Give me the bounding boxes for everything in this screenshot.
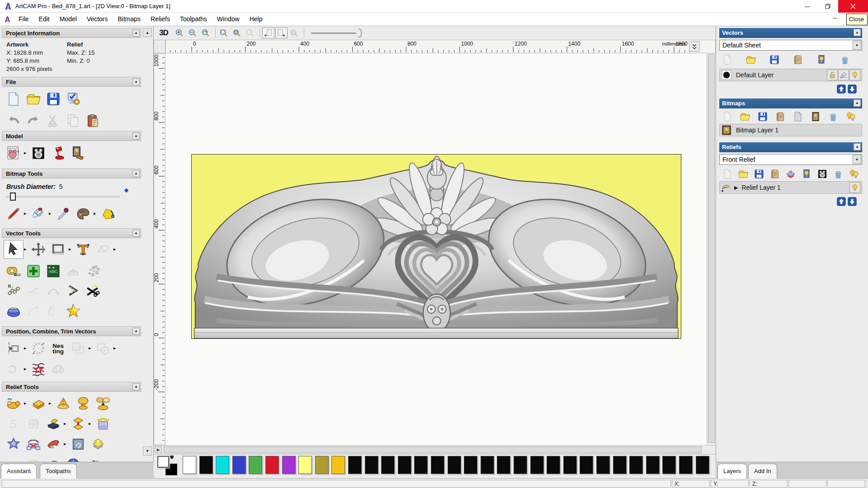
collapse-icon[interactable]: ▲ <box>132 29 140 37</box>
join-icon[interactable] <box>4 360 24 379</box>
palette-swatch-11[interactable] <box>365 456 378 474</box>
zoom-in-icon[interactable] <box>174 28 186 38</box>
paste-layers-icon[interactable] <box>88 435 108 454</box>
mona-mini-icon[interactable] <box>809 110 822 123</box>
expand-arrow-icon[interactable]: ▶ <box>734 185 738 191</box>
close-button[interactable] <box>838 0 868 13</box>
menu-toolpaths[interactable]: Toolpaths <box>175 13 212 26</box>
wrap-relief-icon[interactable] <box>93 414 113 433</box>
lighting-icon[interactable] <box>48 144 68 163</box>
cut-icon[interactable] <box>43 111 63 130</box>
offset-relief-icon[interactable] <box>68 414 88 433</box>
menu-file[interactable]: File <box>14 13 34 26</box>
flyout-arrow-icon[interactable]: ▶ <box>94 212 98 216</box>
layer-name[interactable]: Default Layer <box>736 71 826 79</box>
menu-help[interactable]: Help <box>245 13 268 26</box>
collapse-icon[interactable]: ▲ <box>132 230 140 237</box>
zoom-fit-icon[interactable] <box>218 28 230 38</box>
panel-scroll-down-icon[interactable]: ▼ <box>143 446 152 455</box>
add-relief-icon[interactable] <box>4 394 24 413</box>
open-folder-icon[interactable] <box>744 53 758 66</box>
colour-fill-icon[interactable] <box>98 204 118 223</box>
collapse-icon[interactable]: ▲ <box>132 170 140 177</box>
sculpt-icon[interactable]: S <box>4 414 24 433</box>
palette-swatch-18[interactable] <box>481 456 494 474</box>
new-file-icon[interactable] <box>4 89 24 108</box>
gold-bar-icon[interactable] <box>28 394 48 413</box>
menu-window[interactable]: Window <box>212 13 245 26</box>
merge-layers-icon[interactable] <box>791 53 805 66</box>
flood-fill-icon[interactable] <box>28 204 48 223</box>
flyout-arrow-icon[interactable]: ▶ <box>24 367 28 371</box>
save-icon[interactable] <box>752 168 766 180</box>
collapse-icon[interactable]: ▲ <box>854 99 861 107</box>
isolate-relief-icon[interactable] <box>43 414 63 433</box>
flyout-arrow-icon[interactable]: ▶ <box>49 402 53 405</box>
envelope-distort-icon[interactable] <box>28 360 48 379</box>
palette-swatch-0[interactable] <box>183 456 196 474</box>
page-prev-icon[interactable] <box>262 28 274 38</box>
palette-swatch-29[interactable] <box>662 456 676 474</box>
minimize-button[interactable] <box>797 0 817 13</box>
page-next-icon[interactable] <box>275 28 288 38</box>
slice-relief-icon[interactable] <box>43 435 63 454</box>
flyout-arrow-icon[interactable]: ▶ <box>24 402 28 405</box>
vscroll-thumb[interactable] <box>708 54 715 443</box>
copy-icon[interactable] <box>63 111 83 130</box>
palette-swatch-31[interactable] <box>696 456 709 474</box>
select-icon[interactable] <box>4 240 24 259</box>
text-tool-icon[interactable] <box>73 240 93 259</box>
bridge-relief-icon[interactable] <box>24 435 43 454</box>
flyout-arrow-icon[interactable]: ▶ <box>24 212 28 216</box>
model-artwork[interactable] <box>191 154 681 339</box>
move-layer-down-icon[interactable] <box>847 197 857 206</box>
layer-colour-swatch[interactable] <box>722 70 731 80</box>
slider-track[interactable] <box>6 196 119 197</box>
nesting-icon[interactable]: Nesting <box>48 339 68 358</box>
dot-pattern-icon[interactable] <box>83 262 103 281</box>
zoom-last-icon[interactable] <box>200 28 212 38</box>
measure-icon[interactable] <box>93 240 113 259</box>
flyout-arrow-icon[interactable]: ▶ <box>24 151 28 155</box>
trash-icon[interactable] <box>826 110 840 123</box>
sheet-dropdown[interactable]: Default Sheet▼ <box>719 40 862 51</box>
bulbs-all-icon[interactable] <box>844 110 858 123</box>
new-file-icon[interactable] <box>721 110 734 123</box>
hscroll-pane-icon[interactable]: ▶ <box>155 446 162 453</box>
tab-assistant[interactable]: Assistant <box>1 464 37 479</box>
text-block-icon[interactable]: ABC <box>43 262 63 281</box>
palette-swatch-23[interactable] <box>563 456 577 474</box>
zoom-plain-icon[interactable] <box>244 28 256 38</box>
palette-swatch-4[interactable] <box>249 456 262 474</box>
merge-layers-icon[interactable] <box>774 110 787 123</box>
bezier-icon[interactable] <box>43 281 63 300</box>
save-icon[interactable] <box>756 110 769 123</box>
restore-button[interactable] <box>817 0 838 13</box>
redo-icon[interactable] <box>24 111 43 130</box>
chevron-down-icon[interactable]: ▼ <box>853 41 861 50</box>
palette-swatch-15[interactable] <box>431 456 444 474</box>
undo-icon[interactable] <box>4 111 24 130</box>
paint-icon[interactable] <box>4 204 24 223</box>
bitmap-layer-row[interactable]: Bitmap Layer 1 <box>719 124 862 136</box>
menu-bitmaps[interactable]: Bitmaps <box>113 13 146 26</box>
star-tool-icon[interactable] <box>63 301 83 320</box>
flyout-arrow-icon[interactable]: ▶ <box>89 347 93 350</box>
canvas-viewport[interactable] <box>165 53 707 445</box>
collapse-icon[interactable]: ▲ <box>854 29 861 36</box>
primary-secondary-colours[interactable]: ⛊ <box>157 456 181 477</box>
align-objects-icon[interactable] <box>4 339 24 358</box>
trash-icon[interactable] <box>838 53 852 66</box>
tape-measure-icon[interactable] <box>4 262 24 281</box>
weld-icon[interactable] <box>93 339 113 358</box>
polyline-arrow-icon[interactable] <box>63 281 83 300</box>
bulb-page-icon[interactable] <box>815 53 828 66</box>
bulbs-all-icon[interactable] <box>847 168 861 180</box>
zoom-object-icon[interactable] <box>231 28 243 38</box>
greyscale-model-icon[interactable] <box>28 144 48 163</box>
palette-swatch-16[interactable] <box>448 456 461 474</box>
palette-swatch-24[interactable] <box>580 456 593 474</box>
bulb-page-icon[interactable] <box>800 168 813 180</box>
open-folder-icon[interactable] <box>738 110 752 123</box>
menu-vectors[interactable]: Vectors <box>82 13 113 26</box>
